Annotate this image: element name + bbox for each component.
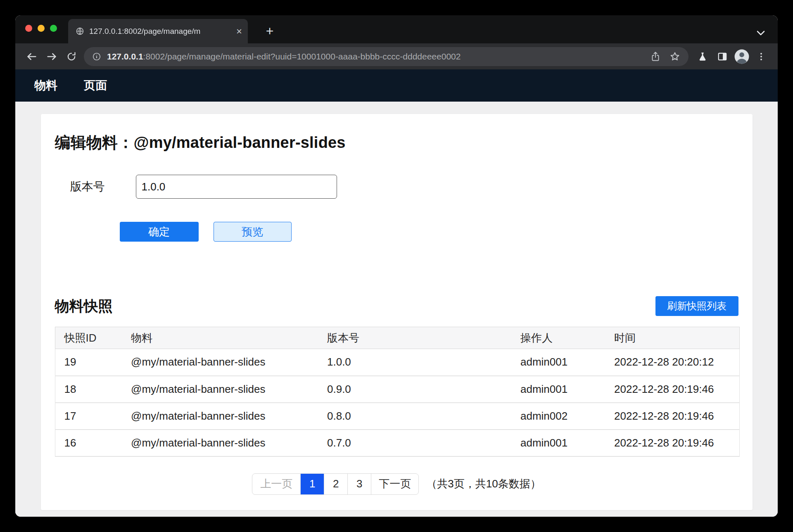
cell-operator: admin001 bbox=[511, 349, 605, 376]
reload-icon[interactable] bbox=[62, 47, 81, 66]
cell-material: @my/material-banner-slides bbox=[122, 376, 318, 403]
globe-favicon-icon bbox=[76, 27, 84, 36]
tab-strip: 127.0.0.1:8002/page/manage/m × + bbox=[15, 15, 778, 43]
maximize-window-button[interactable] bbox=[50, 25, 57, 32]
site-info-icon[interactable] bbox=[92, 52, 101, 61]
menu-kebab-icon[interactable] bbox=[751, 47, 771, 66]
profile-avatar[interactable] bbox=[732, 47, 751, 66]
snapshot-section-header: 物料快照 刷新快照列表 bbox=[55, 296, 738, 316]
address-bar[interactable]: 127.0.0.1:8002/page/manage/material-edit… bbox=[84, 47, 689, 66]
cell-time: 2022-12-28 20:20:12 bbox=[605, 349, 739, 376]
table-row: 18 @my/material-banner-slides 0.9.0 admi… bbox=[55, 376, 739, 403]
cell-version: 1.0.0 bbox=[318, 349, 511, 376]
omnibox-actions bbox=[651, 51, 680, 62]
edit-material-card: 编辑物料：@my/material-banner-slides 版本号 确定 预… bbox=[41, 114, 753, 510]
col-operator: 操作人 bbox=[511, 327, 605, 349]
close-window-button[interactable] bbox=[25, 25, 32, 32]
cell-material: @my/material-banner-slides bbox=[122, 430, 318, 456]
next-page-button[interactable]: 下一页 bbox=[371, 474, 418, 494]
col-material: 物料 bbox=[122, 327, 318, 349]
version-form-row: 版本号 bbox=[55, 175, 738, 199]
site-navbar: 物料 页面 bbox=[15, 69, 778, 102]
refresh-snapshot-button[interactable]: 刷新快照列表 bbox=[655, 296, 738, 316]
page-button-2[interactable]: 2 bbox=[324, 474, 347, 494]
cell-operator: admin002 bbox=[511, 403, 605, 430]
cell-operator: admin001 bbox=[511, 430, 605, 456]
minimize-window-button[interactable] bbox=[38, 25, 45, 32]
cell-snapshot-id: 17 bbox=[55, 403, 122, 430]
cell-version: 0.7.0 bbox=[318, 430, 511, 456]
tab-close-icon[interactable]: × bbox=[236, 26, 242, 36]
tab-title: 127.0.0.1:8002/page/manage/m bbox=[89, 27, 231, 36]
back-icon[interactable] bbox=[22, 47, 42, 66]
cell-version: 0.8.0 bbox=[318, 403, 511, 430]
page-button-3[interactable]: 3 bbox=[347, 474, 371, 494]
form-buttons: 确定 预览 bbox=[55, 222, 738, 242]
cell-snapshot-id: 16 bbox=[55, 430, 122, 456]
pagination-summary: （共3页，共10条数据） bbox=[426, 477, 541, 491]
share-icon[interactable] bbox=[651, 51, 660, 62]
col-time: 时间 bbox=[605, 327, 739, 349]
url-text: 127.0.0.1:8002/page/manage/material-edit… bbox=[107, 52, 461, 62]
table-header-row: 快照ID 物料 版本号 操作人 时间 bbox=[55, 327, 739, 349]
col-version: 版本号 bbox=[318, 327, 511, 349]
new-tab-button[interactable]: + bbox=[261, 23, 278, 39]
table-row: 17 @my/material-banner-slides 0.8.0 admi… bbox=[55, 403, 739, 430]
bookmark-star-icon[interactable] bbox=[670, 51, 680, 62]
browser-window: 127.0.0.1:8002/page/manage/m × + 127.0.0… bbox=[15, 15, 778, 517]
page-button-1[interactable]: 1 bbox=[300, 474, 324, 494]
version-label: 版本号 bbox=[70, 179, 136, 195]
cell-snapshot-id: 19 bbox=[55, 349, 122, 376]
page-title: 编辑物料：@my/material-banner-slides bbox=[55, 114, 738, 153]
cell-operator: admin001 bbox=[511, 376, 605, 403]
cell-version: 0.9.0 bbox=[318, 376, 511, 403]
version-input[interactable] bbox=[136, 175, 337, 199]
extension-flask-icon[interactable] bbox=[693, 47, 712, 66]
snapshot-table: 快照ID 物料 版本号 操作人 时间 19 @my/material-banne… bbox=[55, 327, 740, 457]
cell-material: @my/material-banner-slides bbox=[122, 349, 318, 376]
cell-time: 2022-12-28 20:19:46 bbox=[605, 376, 739, 403]
cell-time: 2022-12-28 20:19:46 bbox=[605, 430, 739, 456]
confirm-button[interactable]: 确定 bbox=[120, 222, 199, 242]
side-panel-icon[interactable] bbox=[712, 47, 732, 66]
pagination: 上一页 1 2 3 下一页 bbox=[252, 473, 419, 495]
url-host: 127.0.0.1 bbox=[107, 52, 143, 61]
col-snapshot-id: 快照ID bbox=[55, 327, 122, 349]
cell-snapshot-id: 18 bbox=[55, 376, 122, 403]
nav-item-page[interactable]: 页面 bbox=[84, 78, 107, 93]
browser-toolbar: 127.0.0.1:8002/page/manage/material-edit… bbox=[15, 43, 778, 69]
nav-item-material[interactable]: 物料 bbox=[34, 78, 57, 93]
pagination-row: 上一页 1 2 3 下一页 （共3页，共10条数据） bbox=[55, 473, 738, 495]
table-row: 16 @my/material-banner-slides 0.7.0 admi… bbox=[55, 430, 739, 456]
forward-icon[interactable] bbox=[42, 47, 62, 66]
cell-time: 2022-12-28 20:19:46 bbox=[605, 403, 739, 430]
browser-tab[interactable]: 127.0.0.1:8002/page/manage/m × bbox=[68, 19, 248, 43]
prev-page-button[interactable]: 上一页 bbox=[252, 474, 300, 494]
page-content: 编辑物料：@my/material-banner-slides 版本号 确定 预… bbox=[15, 114, 778, 517]
cell-material: @my/material-banner-slides bbox=[122, 403, 318, 430]
snapshot-heading: 物料快照 bbox=[55, 297, 113, 316]
preview-button[interactable]: 预览 bbox=[214, 222, 292, 242]
url-path: :8002/page/manage/material-edit?uuid=100… bbox=[143, 52, 461, 61]
traffic-lights bbox=[25, 25, 57, 32]
tab-search-chevron-icon[interactable] bbox=[756, 30, 765, 36]
table-row: 19 @my/material-banner-slides 1.0.0 admi… bbox=[55, 349, 739, 376]
